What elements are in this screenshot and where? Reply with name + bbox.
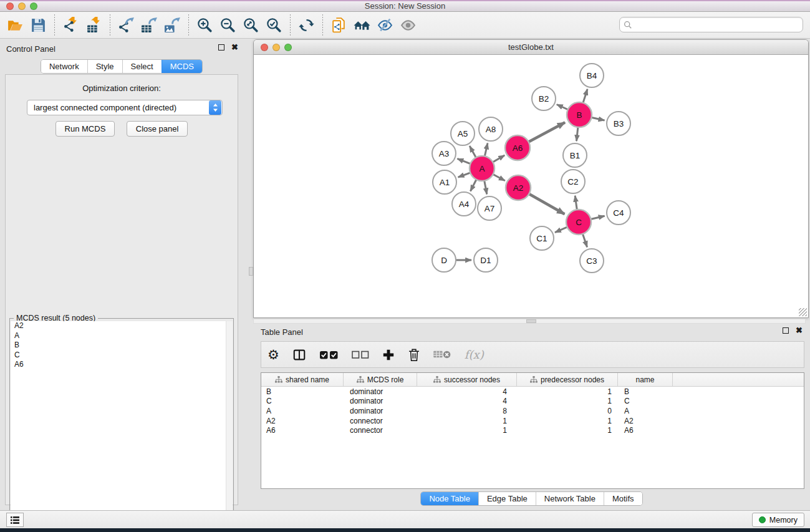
mcds-result-group: MCDS result (5 nodes) A2ABCA6 xyxy=(9,318,234,532)
delete-table-icon xyxy=(433,349,451,360)
list-item[interactable]: B xyxy=(11,341,233,351)
graph-node-D[interactable]: D xyxy=(432,248,456,272)
network-horizontal-scrollbar[interactable] xyxy=(253,319,806,324)
application-window: Session: New Session Control Panel xyxy=(0,0,810,532)
deselect-all-icon[interactable] xyxy=(352,351,369,359)
table-tab-motifs[interactable]: Motifs xyxy=(604,492,642,505)
save-icon[interactable] xyxy=(27,14,50,36)
list-item[interactable]: A2 xyxy=(11,321,233,331)
table-tab-network-table[interactable]: Network Table xyxy=(536,492,604,505)
graph-node-C[interactable]: C xyxy=(566,210,591,235)
column-header-successor-nodes[interactable]: successor nodes xyxy=(417,373,517,386)
graph-node-C3[interactable]: C3 xyxy=(580,249,604,273)
export-network-icon[interactable] xyxy=(115,14,138,36)
tab-network[interactable]: Network xyxy=(41,60,87,73)
graph-node-A[interactable]: A xyxy=(470,156,494,181)
network-horizontal-scrollbar-thumb[interactable] xyxy=(526,319,536,323)
memory-button[interactable]: Memory xyxy=(752,513,804,527)
float-panel-icon[interactable] xyxy=(218,44,224,51)
graph-node-D1[interactable]: D1 xyxy=(474,248,498,272)
table-panel-title: Table Panel xyxy=(261,327,303,337)
task-history-button[interactable] xyxy=(6,513,24,527)
graph-node-B4[interactable]: B4 xyxy=(580,64,604,87)
graph-node-B3[interactable]: B3 xyxy=(607,112,630,135)
column-header-name[interactable]: name xyxy=(618,373,673,386)
control-panel-title: Control Panel xyxy=(6,44,55,54)
table-cell: 1 xyxy=(517,417,618,425)
close-panel-button[interactable]: Close panel xyxy=(127,121,188,137)
zoom-selected-icon[interactable] xyxy=(263,14,286,36)
svg-text:C3: C3 xyxy=(586,256,597,266)
list-item[interactable]: A xyxy=(11,331,233,341)
houses-icon[interactable] xyxy=(350,14,374,36)
graph-node-B2[interactable]: B2 xyxy=(532,87,556,110)
column-header-predecessor-nodes[interactable]: predecessor nodes xyxy=(517,373,618,386)
graph-node-C1[interactable]: C1 xyxy=(530,226,554,250)
column-header-shared-name[interactable]: shared name xyxy=(261,373,344,386)
mcds-result-list[interactable]: A2ABCA6 xyxy=(11,321,233,532)
network-vertical-scrollbar-thumb[interactable] xyxy=(249,267,253,276)
select-all-icon[interactable] xyxy=(319,350,339,360)
table-cell: B xyxy=(618,387,673,396)
refresh-icon[interactable] xyxy=(295,14,318,36)
toolbar-separator xyxy=(110,14,110,36)
result-list-scrollbar[interactable] xyxy=(226,321,233,532)
table-row[interactable]: Adominator80A xyxy=(261,406,804,416)
svg-text:B3: B3 xyxy=(614,119,624,128)
table-tabs: Node TableEdge TableNetwork TableMotifs xyxy=(420,491,642,506)
import-network-icon[interactable] xyxy=(59,14,82,36)
graph-node-C4[interactable]: C4 xyxy=(607,201,630,225)
import-table-icon[interactable] xyxy=(82,14,105,36)
table-tab-node-table[interactable]: Node Table xyxy=(421,492,478,505)
attribute-icon xyxy=(275,376,282,384)
hide-eye-icon[interactable] xyxy=(374,14,397,36)
open-folder-icon[interactable] xyxy=(4,14,27,36)
criterion-dropdown[interactable]: largest connected component (directed) xyxy=(27,100,223,115)
graph-node-A4[interactable]: A4 xyxy=(452,192,476,216)
graph-node-C2[interactable]: C2 xyxy=(561,170,585,193)
tab-select[interactable]: Select xyxy=(122,60,162,73)
network-canvas[interactable]: B4B2BB3B1A5A8A6A3AA1A2C2A4A7C4CC1C3DD1 xyxy=(254,55,808,317)
table-panel-header: Table Panel ✖ xyxy=(253,324,810,341)
table-row[interactable]: A2connector11A2 xyxy=(261,416,804,426)
zoom-out-icon[interactable] xyxy=(216,14,239,36)
node-table[interactable]: shared nameMCDS rolesuccessor nodesprede… xyxy=(261,372,804,489)
column-header-MCDS-role[interactable]: MCDS role xyxy=(344,373,417,386)
zoom-fit-icon[interactable] xyxy=(239,14,263,36)
network-window-titlebar[interactable]: testGlobe.txt xyxy=(254,40,808,55)
graph-node-A5[interactable]: A5 xyxy=(451,122,475,145)
table-row[interactable]: Bdominator41B xyxy=(261,387,804,397)
graph-node-A6[interactable]: A6 xyxy=(505,135,530,160)
graph-node-A3[interactable]: A3 xyxy=(432,142,456,165)
gear-icon[interactable]: ⚙ xyxy=(268,348,279,361)
add-column-icon[interactable] xyxy=(382,349,395,361)
table-row[interactable]: A6connector11A6 xyxy=(261,425,804,435)
delete-icon[interactable] xyxy=(408,348,420,362)
search-input[interactable] xyxy=(635,20,799,29)
export-table-icon[interactable] xyxy=(138,14,161,36)
table-tab-edge-table[interactable]: Edge Table xyxy=(478,492,536,505)
export-image-icon[interactable] xyxy=(161,14,184,36)
search-box[interactable] xyxy=(619,17,803,32)
toolbar-separator xyxy=(322,14,323,36)
close-table-panel-icon[interactable]: ✖ xyxy=(796,327,803,334)
graph-node-B1[interactable]: B1 xyxy=(563,143,587,167)
split-columns-icon[interactable] xyxy=(292,348,306,362)
run-mcds-button[interactable]: Run MCDS xyxy=(55,121,115,137)
float-table-panel-icon[interactable] xyxy=(783,327,789,334)
graph-node-A2[interactable]: A2 xyxy=(506,175,531,200)
resize-grip[interactable] xyxy=(799,308,807,316)
list-item[interactable]: C xyxy=(11,351,233,360)
tab-style[interactable]: Style xyxy=(87,60,122,73)
status-bar: Memory xyxy=(0,510,810,528)
table-row[interactable]: Cdominator41C xyxy=(261,397,804,407)
zoom-in-icon[interactable] xyxy=(193,14,216,36)
clone-network-icon[interactable] xyxy=(327,14,350,36)
graph-node-A8[interactable]: A8 xyxy=(479,117,503,141)
graph-node-A7[interactable]: A7 xyxy=(478,196,501,220)
close-panel-icon[interactable]: ✖ xyxy=(231,44,238,51)
graph-node-B[interactable]: B xyxy=(567,102,592,127)
graph-node-A1[interactable]: A1 xyxy=(433,170,456,194)
tab-mcds[interactable]: MCDS xyxy=(162,60,202,73)
list-item[interactable]: A6 xyxy=(11,360,233,370)
